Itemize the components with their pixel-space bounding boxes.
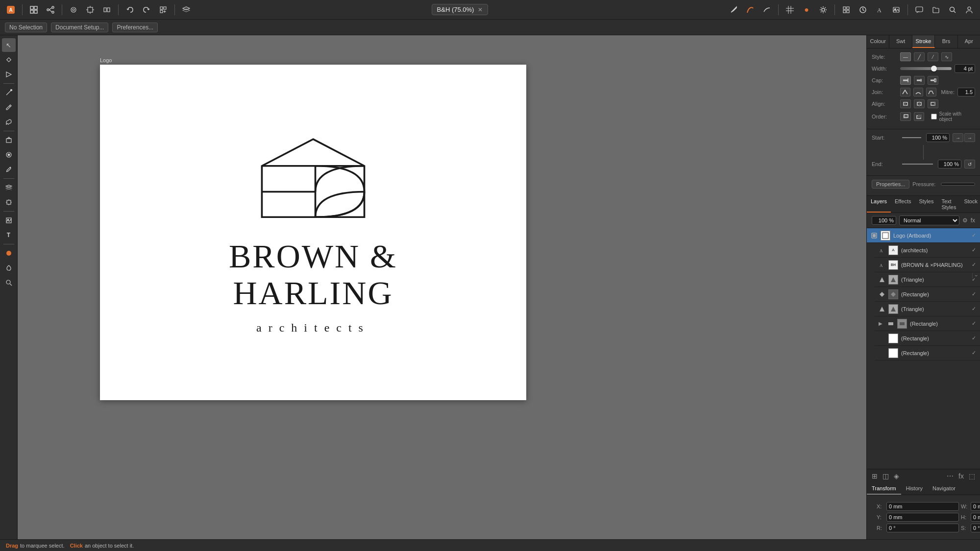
add-fx-icon[interactable]: ◫	[882, 471, 890, 481]
architects-vis[interactable]: A	[879, 247, 885, 254]
layer-item-rect2[interactable]: ▶ (Rectangle) ✓	[875, 316, 980, 331]
pressure-slider[interactable]	[941, 183, 975, 186]
layer-item-architects[interactable]: A A (architects) ✓	[875, 243, 980, 258]
document-setup-btn[interactable]: Document Setup...	[51, 23, 108, 32]
y-input[interactable]	[886, 513, 959, 522]
properties-btn[interactable]: Properties...	[872, 180, 909, 189]
layer-gear-icon[interactable]: ⚙	[962, 217, 968, 224]
shape-tool[interactable]	[2, 133, 16, 147]
rect2-vis[interactable]	[887, 320, 894, 327]
paint-tool[interactable]	[2, 261, 16, 275]
tab-swt[interactable]: Swt	[889, 35, 912, 48]
typography-icon[interactable]: A	[873, 3, 886, 17]
order-stroke-over-btn[interactable]	[914, 112, 925, 121]
style-solid-btn[interactable]: —	[900, 52, 911, 61]
opacity-input[interactable]	[872, 216, 896, 225]
grid2-icon[interactable]	[783, 3, 797, 17]
tab-stroke[interactable]: Stroke	[912, 35, 935, 48]
user-icon[interactable]	[962, 3, 976, 17]
scale-with-object-label[interactable]: Scale with object	[931, 111, 975, 122]
canvas-area[interactable]: Logo	[18, 35, 866, 539]
pen-tool[interactable]	[2, 86, 16, 99]
layer-mask-icon[interactable]: ◈	[893, 471, 900, 481]
node-tool[interactable]	[2, 53, 16, 67]
tab-layers[interactable]: Layers	[867, 196, 891, 213]
export-icon[interactable]	[839, 3, 853, 17]
h-input[interactable]	[971, 513, 980, 522]
rect2-expand[interactable]: ▶	[879, 321, 884, 326]
tab-apr[interactable]: Apr	[958, 35, 980, 48]
artboard-tool[interactable]	[2, 195, 16, 209]
snap-icon[interactable]	[156, 3, 170, 17]
settings-icon[interactable]	[816, 3, 830, 17]
artboard-vis-toggle[interactable]	[871, 232, 878, 239]
tab-transform[interactable]: Transform	[867, 483, 901, 495]
order-fill-over-btn[interactable]	[900, 112, 911, 121]
search-icon[interactable]	[946, 3, 959, 17]
rect1-vis[interactable]	[879, 291, 885, 298]
image-icon[interactable]	[889, 3, 903, 17]
brown-vis[interactable]: A	[879, 262, 885, 268]
join-round-btn[interactable]	[913, 88, 924, 96]
tab-history[interactable]: History	[901, 483, 928, 495]
rect4-vis[interactable]	[879, 350, 885, 357]
tab-colour[interactable]: Colour	[867, 35, 889, 48]
start-arrow-left[interactable]: →	[953, 133, 963, 142]
redo-icon[interactable]	[140, 3, 153, 17]
layers-tool[interactable]	[2, 181, 16, 194]
layer-item-artboard[interactable]: Logo (Artboard) ✓	[867, 228, 980, 243]
cap-round-btn[interactable]	[914, 76, 925, 85]
layer-item-brown[interactable]: A BH (BROWN & ×PHARLING) ✓	[875, 258, 980, 272]
layer-item-triangle1[interactable]: (Triangle) ✓	[875, 272, 980, 287]
eyedropper-tool[interactable]	[2, 163, 16, 176]
start-pct-input[interactable]	[926, 133, 950, 142]
mitre-input[interactable]	[957, 88, 975, 96]
layer-options-icon[interactable]: ⋯	[946, 471, 955, 481]
panel-collapse-tab[interactable]: ›	[972, 273, 980, 278]
pointer-tool[interactable]: ↖	[2, 38, 16, 52]
blend-mode-select[interactable]: Normal Multiply Screen Overlay	[899, 216, 959, 225]
triangle2-vis[interactable]	[879, 306, 885, 312]
width-slider[interactable]	[900, 67, 952, 70]
grid-icon[interactable]	[27, 3, 41, 17]
history-icon[interactable]	[856, 3, 870, 17]
chat-icon[interactable]	[912, 3, 926, 17]
width-input[interactable]	[955, 64, 975, 73]
share-icon[interactable]	[44, 3, 57, 17]
view-icon[interactable]	[67, 3, 80, 17]
join-bevel-btn[interactable]	[926, 88, 936, 96]
transform-tool[interactable]	[2, 68, 16, 81]
pen-tool-icon[interactable]	[727, 3, 740, 17]
color-tool[interactable]	[2, 246, 16, 260]
w-input[interactable]	[971, 502, 980, 511]
text-tool[interactable]: T	[2, 228, 16, 242]
rect3-vis[interactable]	[879, 335, 885, 342]
tab-styles[interactable]: Styles	[915, 196, 937, 213]
x-input[interactable]	[886, 502, 959, 511]
layer-duplicate-icon[interactable]: ⬚	[968, 471, 976, 481]
join-miter-btn[interactable]	[900, 88, 910, 96]
preferences-btn[interactable]: Preferences...	[112, 23, 158, 32]
pixel-icon[interactable]	[100, 3, 114, 17]
end-pct-input[interactable]	[938, 160, 961, 168]
tab-stock[interactable]: Stock	[960, 196, 980, 213]
layer-item-rect3[interactable]: (Rectangle) ✓	[875, 331, 980, 346]
add-layer-icon[interactable]: ⊞	[871, 471, 879, 481]
image-tool[interactable]	[2, 214, 16, 227]
end-refresh-btn[interactable]: ↺	[964, 160, 975, 168]
layer-fx-icon[interactable]: fx	[971, 217, 975, 224]
align-center-btn[interactable]	[914, 99, 925, 108]
start-arrow-right[interactable]: →	[964, 133, 975, 142]
triangle1-vis[interactable]	[879, 276, 885, 283]
folder-icon[interactable]	[929, 3, 943, 17]
tab-effects[interactable]: Effects	[891, 196, 915, 213]
tab-text-styles[interactable]: Text Styles	[937, 196, 960, 213]
style-custom-btn[interactable]: ∿	[941, 52, 952, 61]
curve-icon[interactable]	[760, 3, 774, 17]
cap-square-btn[interactable]	[928, 76, 938, 85]
s-input[interactable]	[971, 524, 980, 532]
artboard-icon[interactable]	[83, 3, 97, 17]
pencil-tool[interactable]	[2, 100, 16, 114]
tab-brs[interactable]: Brs	[935, 35, 957, 48]
style-dot-btn[interactable]: ⁄	[928, 52, 938, 61]
